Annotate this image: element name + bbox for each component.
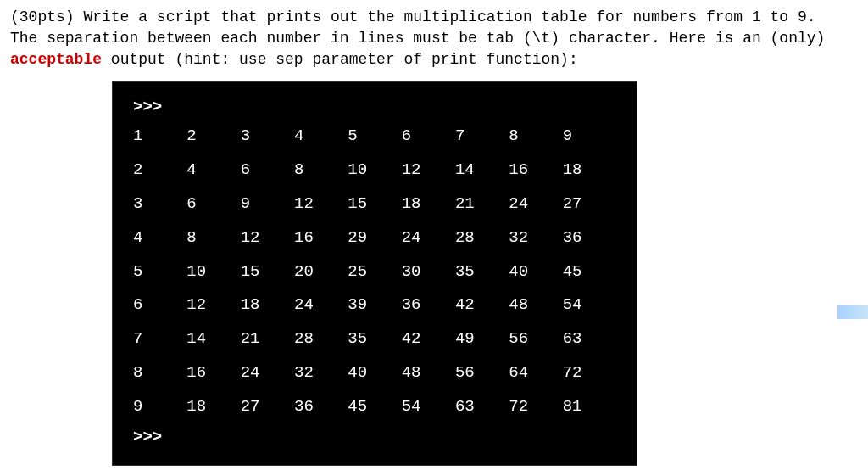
table-row: 24681012141618 <box>133 154 616 188</box>
table-cell: 48 <box>509 288 562 322</box>
table-cell: 21 <box>241 322 294 356</box>
table-cell: 15 <box>241 255 294 289</box>
question-text: (30pts) Write a script that prints out t… <box>10 7 858 71</box>
table-cell: 18 <box>241 288 294 322</box>
table-cell: 48 <box>402 356 455 390</box>
table-cell: 20 <box>294 255 348 289</box>
table-cell: 63 <box>563 322 616 356</box>
table-cell: 3 <box>133 188 186 221</box>
table-cell: 72 <box>509 390 562 424</box>
table-cell: 10 <box>348 154 401 188</box>
table-row: 91827364554637281 <box>133 390 616 424</box>
repl-prompt-bottom: >>> <box>133 424 616 450</box>
table-cell: 54 <box>563 288 616 322</box>
table-cell: 12 <box>294 188 348 221</box>
table-cell: 63 <box>455 390 509 424</box>
table-cell: 56 <box>455 356 509 390</box>
table-cell: 14 <box>186 322 240 356</box>
table-cell: 45 <box>348 390 401 424</box>
watermark-decoration <box>837 305 868 319</box>
table-cell: 72 <box>563 356 616 390</box>
table-cell: 42 <box>455 288 509 322</box>
table-cell: 6 <box>186 188 240 221</box>
table-cell: 6 <box>402 120 455 154</box>
table-cell: 45 <box>563 255 616 289</box>
table-cell: 12 <box>186 288 240 322</box>
table-cell: 7 <box>133 322 186 356</box>
table-cell: 4 <box>133 221 186 255</box>
table-cell: 8 <box>294 154 348 188</box>
repl-prompt-top: >>> <box>133 94 616 120</box>
table-cell: 24 <box>402 221 455 255</box>
table-cell: 29 <box>348 221 401 255</box>
table-cell: 56 <box>509 322 562 356</box>
table-cell: 39 <box>348 288 401 322</box>
table-cell: 21 <box>455 188 509 221</box>
table-cell: 35 <box>348 322 401 356</box>
table-row: 71421283542495663 <box>133 322 616 356</box>
table-cell: 9 <box>563 120 616 154</box>
question-line-2: The separation between each number in li… <box>10 30 825 47</box>
table-row: 4812162924283236 <box>133 221 616 255</box>
question-line-1: (30pts) Write a script that prints out t… <box>10 8 816 25</box>
table-cell: 16 <box>509 154 562 188</box>
terminal-wrapper: >>> 123456789246810121416183691215182124… <box>10 81 858 467</box>
multiplication-table: 1234567892468101214161836912151821242748… <box>133 120 616 424</box>
table-cell: 6 <box>241 154 294 188</box>
table-cell: 8 <box>186 221 240 255</box>
terminal-output: >>> 123456789246810121416183691215182124… <box>112 81 637 467</box>
table-cell: 64 <box>509 356 562 390</box>
table-cell: 2 <box>186 120 240 154</box>
table-cell: 18 <box>402 188 455 221</box>
table-cell: 42 <box>402 322 455 356</box>
table-cell: 6 <box>133 288 186 322</box>
table-row: 61218243936424854 <box>133 288 616 322</box>
table-cell: 24 <box>509 188 562 221</box>
table-cell: 18 <box>186 390 240 424</box>
table-cell: 4 <box>186 154 240 188</box>
table-cell: 40 <box>509 255 562 289</box>
table-cell: 30 <box>402 255 455 289</box>
table-cell: 27 <box>241 390 294 424</box>
table-cell: 2 <box>133 154 186 188</box>
table-cell: 12 <box>402 154 455 188</box>
table-cell: 35 <box>455 255 509 289</box>
table-cell: 14 <box>455 154 509 188</box>
table-cell: 5 <box>133 255 186 289</box>
table-cell: 36 <box>563 221 616 255</box>
table-cell: 32 <box>509 221 562 255</box>
table-cell: 32 <box>294 356 348 390</box>
table-cell: 24 <box>294 288 348 322</box>
table-cell: 25 <box>348 255 401 289</box>
acceptable-word: acceptable <box>10 51 102 68</box>
table-cell: 27 <box>563 188 616 221</box>
table-row: 123456789 <box>133 120 616 154</box>
table-cell: 7 <box>455 120 509 154</box>
table-cell: 16 <box>186 356 240 390</box>
table-cell: 15 <box>348 188 401 221</box>
table-cell: 28 <box>294 322 348 356</box>
table-cell: 9 <box>241 188 294 221</box>
table-cell: 12 <box>241 221 294 255</box>
table-cell: 36 <box>402 288 455 322</box>
table-cell: 81 <box>563 390 616 424</box>
table-cell: 10 <box>186 255 240 289</box>
table-cell: 36 <box>294 390 348 424</box>
table-cell: 49 <box>455 322 509 356</box>
table-cell: 40 <box>348 356 401 390</box>
table-cell: 16 <box>294 221 348 255</box>
table-cell: 5 <box>348 120 401 154</box>
table-cell: 18 <box>563 154 616 188</box>
table-cell: 9 <box>133 390 186 424</box>
table-cell: 8 <box>133 356 186 390</box>
table-cell: 28 <box>455 221 509 255</box>
question-line-3-post: output (hint: use sep parameter of print… <box>102 51 578 68</box>
table-row: 369121518212427 <box>133 188 616 221</box>
table-row: 81624324048566472 <box>133 356 616 390</box>
table-row: 51015202530354045 <box>133 255 616 289</box>
table-cell: 1 <box>133 120 186 154</box>
table-cell: 54 <box>402 390 455 424</box>
table-cell: 4 <box>294 120 348 154</box>
table-cell: 8 <box>509 120 562 154</box>
table-cell: 24 <box>241 356 294 390</box>
